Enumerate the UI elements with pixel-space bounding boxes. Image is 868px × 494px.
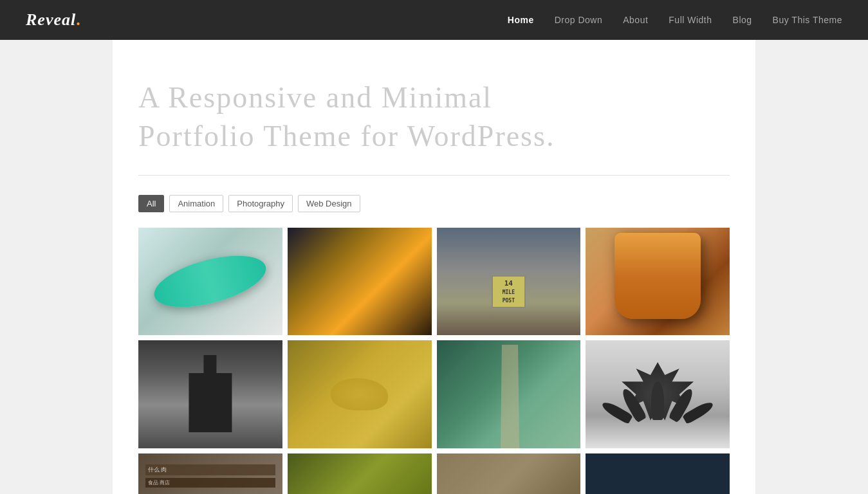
portfolio-item-9[interactable]: 什么 肉 食品 商店	[138, 453, 282, 494]
nav-fullwidth[interactable]: Full Width	[669, 15, 712, 25]
portfolio-item-4[interactable]	[586, 228, 730, 336]
main-content: A Responsive and Minimal Portfolio Theme…	[113, 40, 755, 494]
filter-animation[interactable]: Animation	[169, 195, 223, 212]
hero-title: A Responsive and Minimal Portfolio Theme…	[138, 78, 730, 156]
section-divider	[138, 175, 730, 176]
nav-about[interactable]: About	[623, 15, 648, 25]
filter-photography[interactable]: Photography	[228, 195, 293, 212]
nav-blog[interactable]: Blog	[733, 15, 752, 25]
main-nav: Home Drop Down About Full Width Blog Buy…	[508, 15, 842, 25]
portfolio-item-5[interactable]	[138, 340, 282, 448]
filter-webdesign[interactable]: Web Design	[298, 195, 360, 212]
filter-bar: All Animation Photography Web Design	[138, 195, 730, 212]
logo-dot: .	[76, 10, 81, 29]
hero-title-line1: A Responsive and Minimal	[138, 81, 492, 114]
hero-title-line2: Portfolio Theme for WordPress.	[138, 120, 555, 152]
portfolio-item-10[interactable]	[288, 453, 432, 494]
logo-text: Reveal	[26, 10, 76, 29]
portfolio-item-12[interactable]: WorkoutMental	[586, 453, 730, 494]
nav-home[interactable]: Home	[508, 15, 534, 25]
site-header: Reveal. Home Drop Down About Full Width …	[0, 0, 868, 40]
portfolio-item-7[interactable]	[437, 340, 581, 448]
portfolio-item-11[interactable]	[437, 453, 581, 494]
portfolio-grid: 14MILE POST	[138, 228, 730, 494]
filter-all[interactable]: All	[138, 195, 164, 212]
nav-dropdown[interactable]: Drop Down	[555, 15, 603, 25]
nav-buy[interactable]: Buy This Theme	[773, 15, 842, 25]
portfolio-item-1[interactable]	[138, 228, 282, 336]
portfolio-item-3[interactable]: 14MILE POST	[437, 228, 581, 336]
portfolio-item-8[interactable]	[586, 340, 730, 448]
portfolio-item-2[interactable]	[288, 228, 432, 336]
portfolio-item-6[interactable]	[288, 340, 432, 448]
site-logo[interactable]: Reveal.	[26, 10, 81, 30]
